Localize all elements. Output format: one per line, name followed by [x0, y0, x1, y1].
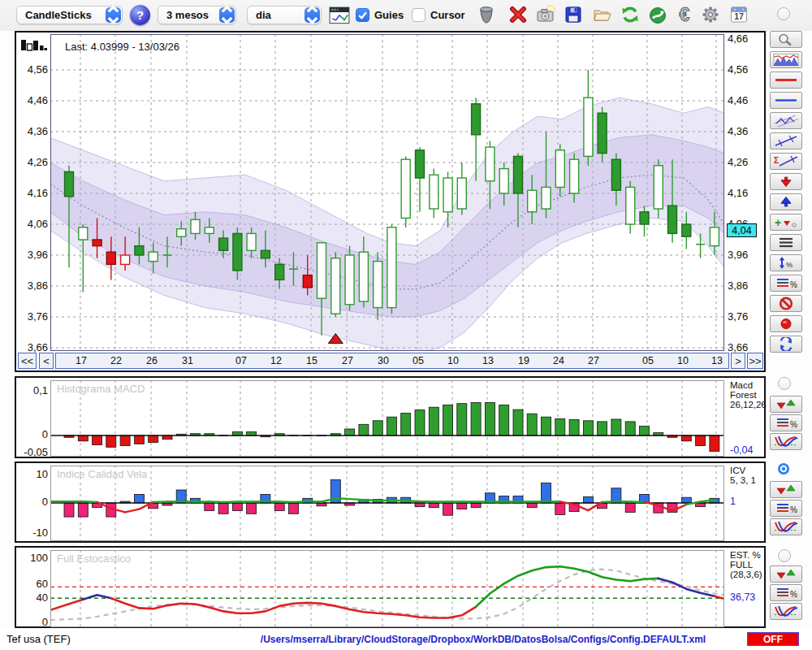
x-tick-label: 30 — [378, 355, 389, 366]
sidebar-tool-forbidden-icon[interactable] — [770, 295, 802, 312]
svg-text:17: 17 — [734, 11, 744, 21]
delete-red-x-icon[interactable] — [507, 3, 529, 26]
y-tick-left: 4,16 — [18, 187, 48, 199]
y-tick-right: 3,76 — [728, 310, 748, 323]
stochastic-title: Full Estocastico — [57, 552, 131, 565]
sidebar-tool-zigzag-channel-icon[interactable] — [770, 112, 802, 129]
icv-value: 1 — [730, 496, 736, 507]
stochastic-y-tick: 60 — [18, 578, 48, 590]
volume-bars-icon[interactable] — [20, 37, 48, 54]
macd-params-label: Macd Forest 26,12,26 — [730, 380, 767, 410]
svg-text:%: % — [790, 420, 797, 429]
interval-select[interactable]: dia — [247, 6, 322, 24]
macd-plot[interactable] — [50, 380, 724, 457]
sidebar-tool-record-icon[interactable] — [770, 315, 802, 332]
sidebar-tool-reload-icon[interactable] — [770, 336, 802, 353]
stochastic-percent-lines-button[interactable]: % — [770, 584, 802, 601]
stochastic-updown-arrows-button[interactable] — [770, 566, 802, 583]
stochastic-panel: Full Estocastico 10060400 EST. % FULL (2… — [15, 546, 766, 628]
sidebar-tool-percent-lines-icon[interactable]: % — [770, 275, 802, 292]
macd-panel: Histograma MACD 0,10-0,05 Macd Forest 26… — [15, 376, 766, 458]
sidebar-tool-indicator-chart-icon[interactable] — [770, 51, 802, 68]
sidebar-tool-zoom-icon[interactable] — [770, 31, 802, 48]
x-tick-label: 26 — [146, 355, 158, 366]
x-tick-label: 12 — [270, 355, 282, 366]
x-tick-label: 22 — [110, 355, 122, 366]
scroll-last-button[interactable]: >> — [747, 353, 763, 369]
settings-gear-icon[interactable] — [699, 3, 722, 26]
chart-window-icon[interactable] — [329, 6, 350, 24]
sidebar-tool-vertical-range-icon[interactable]: % — [770, 254, 802, 271]
stochastic-plot[interactable] — [50, 550, 724, 627]
macd-y-tick: -0,05 — [18, 446, 48, 458]
toolbar-radio[interactable] — [777, 7, 790, 20]
charting-app-window: CandleSticks ? 3 mesos dia Guies Cursor … — [0, 0, 812, 650]
x-tick-label: 05 — [642, 355, 654, 366]
icv-curves-button[interactable] — [770, 518, 802, 535]
record-off-badge[interactable]: OFF — [747, 632, 799, 646]
y-tick-left: 3,96 — [18, 249, 48, 261]
icv-percent-lines-button[interactable]: % — [770, 500, 802, 517]
config-path-link[interactable]: /Users/mserra/Library/CloudStorage/Dropb… — [203, 634, 763, 645]
chart-type-select[interactable]: CandleSticks — [16, 6, 123, 24]
icv-plot[interactable] — [50, 466, 724, 541]
x-tick-label: 17 — [76, 355, 87, 366]
y-tick-right: 3,86 — [728, 280, 748, 292]
scroll-prev-button[interactable]: < — [39, 353, 54, 369]
y-tick-left: 4,46 — [18, 94, 48, 106]
sidebar-tool-trendline-icon[interactable] — [770, 132, 802, 150]
save-floppy-icon[interactable] — [562, 3, 585, 26]
macd-select-radio[interactable] — [778, 377, 791, 390]
stochastic-y-tick: 40 — [18, 592, 48, 604]
scroll-next-button[interactable]: > — [731, 353, 745, 369]
stochastic-curves-button[interactable] — [770, 603, 802, 620]
y-tick-left: 3,66 — [18, 341, 48, 353]
status-bar: Tef usa (TEF) /Users/mserra/Library/Clou… — [0, 630, 812, 650]
sidebar-tool-up-arrow-icon[interactable] — [770, 193, 802, 210]
interval-value: dia — [256, 9, 271, 21]
sync-icon[interactable] — [646, 3, 669, 26]
y-tick-right: 3,96 — [728, 249, 748, 261]
cursor-checkbox[interactable] — [412, 8, 425, 22]
macd-curves-button[interactable] — [770, 433, 802, 450]
macd-title: Histograma MACD — [57, 383, 145, 395]
macd-percent-lines-button[interactable]: % — [770, 414, 802, 431]
camera-icon[interactable] — [534, 3, 557, 26]
x-tick-label: 27 — [342, 355, 353, 366]
icv-y-tick: 10 — [18, 468, 48, 480]
svg-text:%: % — [790, 505, 797, 514]
period-select[interactable]: 3 mesos — [158, 6, 236, 24]
guies-checkbox[interactable] — [356, 8, 369, 22]
y-tick-right: 4,56 — [728, 63, 748, 76]
euro-icon[interactable]: € — [673, 3, 696, 26]
macd-updown-arrows-button[interactable] — [770, 396, 802, 413]
y-tick-left: 4,26 — [18, 156, 48, 168]
scroll-first-button[interactable]: << — [18, 353, 37, 369]
stochastic-select-radio[interactable] — [778, 549, 791, 562]
x-axis-strip[interactable]: 172226310712152730051013192427051013 — [55, 353, 729, 369]
open-folder-icon[interactable] — [590, 3, 613, 26]
sidebar-tool-red-line-icon[interactable] — [770, 72, 802, 89]
refresh-icon[interactable] — [619, 3, 641, 26]
svg-text:+: + — [775, 216, 781, 229]
sidebar-tool-lines-menu-icon[interactable] — [770, 234, 802, 251]
help-button[interactable]: ? — [130, 5, 150, 25]
calendar-icon[interactable]: 17 — [728, 3, 750, 26]
icv-title: Indice Calidad Vela — [57, 468, 147, 480]
sidebar-tool-blue-line-icon[interactable] — [770, 92, 802, 109]
sidebar-tool-down-arrow-icon[interactable] — [770, 173, 802, 190]
icv-updown-arrows-button[interactable] — [770, 481, 802, 498]
x-tick-label: 24 — [553, 355, 564, 366]
sidebar-tool-add-marker-icon[interactable]: + — [770, 214, 802, 231]
x-tick-label: 10 — [447, 355, 459, 366]
trash-icon[interactable] — [475, 3, 498, 26]
sidebar-tool-sigma-trendline-icon[interactable]: Σ — [770, 153, 802, 170]
x-tick-label: 31 — [182, 355, 193, 366]
y-tick-right: 3,66 — [728, 341, 748, 353]
stochastic-y-tick: 0 — [18, 616, 48, 628]
icv-select-radio[interactable] — [778, 463, 791, 476]
chevron-updown-icon — [219, 7, 235, 23]
icv-params-label: ICV 5, 3, 1 — [730, 466, 756, 485]
cursor-label: Cursor — [430, 9, 465, 21]
candlestick-plot[interactable] — [50, 34, 724, 351]
